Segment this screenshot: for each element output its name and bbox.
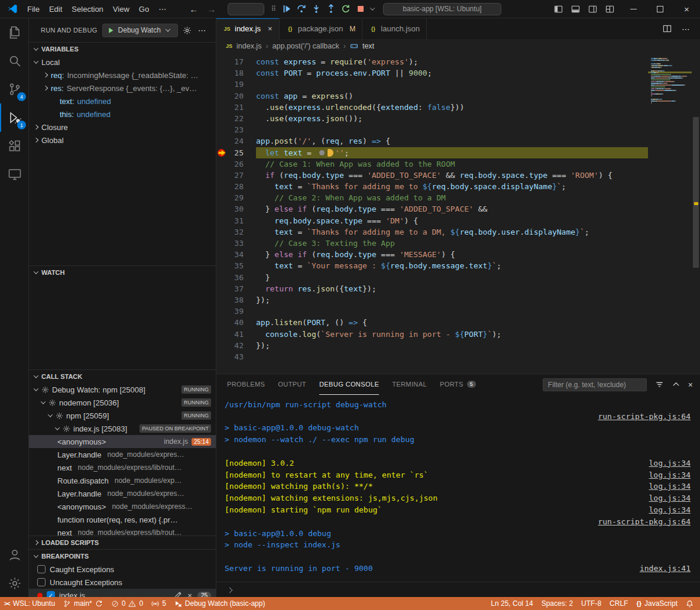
code-line[interactable]: 36 } <box>216 272 648 283</box>
menu-go[interactable]: Go <box>134 3 154 15</box>
console-source-link[interactable]: log.js:34 <box>649 482 691 491</box>
start-debug-icon[interactable] <box>107 27 115 34</box>
tab-package.json[interactable]: {}package.jsonM <box>280 18 363 39</box>
breakpoint-row[interactable]: ✓index.js×25 <box>29 589 216 598</box>
code-line[interactable]: 19 <box>216 79 648 90</box>
code-line[interactable]: 35 text = `Your message : ${req.body.mes… <box>216 260 648 271</box>
activity-search[interactable] <box>0 47 28 75</box>
status-language-mode[interactable]: {}JavaScript <box>632 597 682 610</box>
code-line[interactable]: 27 if (req.body.type === 'ADDED_TO_SPACE… <box>216 170 648 181</box>
customize-layout-icon[interactable] <box>605 5 614 14</box>
close-panel-icon[interactable]: × <box>688 380 693 390</box>
toggle-primary-sidebar-icon[interactable] <box>554 5 563 14</box>
code-line[interactable]: 41 console.log(`Server is running in por… <box>216 329 648 340</box>
breadcrumb-item[interactable]: app.post('/') callback <box>273 42 339 50</box>
status-problems[interactable]: 00 <box>107 597 147 610</box>
variable-row[interactable]: res:ServerResponse {_events: {…}, _ev… <box>29 82 216 95</box>
variable-row[interactable]: Global <box>29 134 216 147</box>
console-source-link[interactable]: log.js:34 <box>649 459 691 468</box>
activity-settings[interactable] <box>0 569 28 598</box>
variable-row[interactable]: text:undefined <box>29 95 216 108</box>
activity-extensions[interactable] <box>0 132 28 160</box>
callstack-session[interactable]: npm [25059]RUNNING <box>29 409 216 422</box>
status-git-branch[interactable]: main* <box>59 597 107 610</box>
code-editor[interactable]: 17const express = require('express');18c… <box>216 53 700 374</box>
tab-launch.json[interactable]: {}launch.json <box>362 18 427 39</box>
scrollbar-thumb[interactable] <box>693 117 699 268</box>
code-line[interactable]: 43 <box>216 351 648 362</box>
maximize-button[interactable] <box>647 0 673 18</box>
stack-frame[interactable]: <anonymous>node_modules/express… <box>29 500 216 513</box>
activity-source-control[interactable]: 4 <box>0 75 28 103</box>
code-line[interactable]: 23 <box>216 124 648 135</box>
debug-step-over-button[interactable] <box>295 2 309 16</box>
debug-settings-gear-icon[interactable] <box>183 26 192 35</box>
status-notifications[interactable] <box>682 597 698 610</box>
menu-[interactable]: ⋯ <box>154 3 171 15</box>
code-line[interactable]: 29 // Case 2: When App was added to a DM <box>216 192 648 203</box>
debug-stop-button[interactable] <box>354 2 368 16</box>
status-eol[interactable]: CRLF <box>605 597 632 610</box>
section-header[interactable]: LOADED SCRIPTS <box>29 536 216 549</box>
status-ports-forwarded[interactable]: 5 <box>147 597 170 610</box>
activity-remote-explorer[interactable] <box>0 160 28 189</box>
code-line[interactable]: 24app.post('/', (req, res) => { <box>216 135 648 147</box>
status-remote[interactable]: ><WSL: Ubuntu <box>0 597 59 610</box>
toggle-secondary-sidebar-icon[interactable] <box>588 5 597 14</box>
code-line[interactable]: 39 <box>216 306 648 317</box>
callstack-session[interactable]: Debug Watch: npm [25008]RUNNING <box>29 383 216 396</box>
code-line[interactable]: 42}); <box>216 340 648 351</box>
console-source-link[interactable]: log.js:34 <box>649 471 691 479</box>
console-source-link[interactable]: run-script-pkg.js:64 <box>598 517 691 526</box>
menu-selection[interactable]: Selection <box>67 3 108 15</box>
variable-row[interactable]: req:IncomingMessage {_readableState: … <box>29 69 216 82</box>
stack-frame[interactable]: <anonymous>index.js25:14 <box>29 435 216 448</box>
code-line[interactable]: 28 text = `Thanks for adding me to ${req… <box>216 181 648 192</box>
editor-scrollbar[interactable] <box>692 53 700 374</box>
stack-frame[interactable]: nextnode_modules/express/lib/rout… <box>29 526 216 536</box>
code-line[interactable]: 37 return res.json({text}); <box>216 283 648 294</box>
debug-console-input[interactable] <box>216 582 700 598</box>
stack-frame[interactable]: Layer.handlenode_modules/expres… <box>29 448 216 461</box>
menu-file[interactable]: File <box>22 3 44 15</box>
section-header[interactable]: WATCH <box>29 266 216 279</box>
panel-tab-debug-console[interactable]: DEBUG CONSOLE <box>319 374 379 395</box>
command-center-left[interactable] <box>228 3 264 15</box>
callstack-session[interactable]: index.js [25083]PAUSED ON BREAKPOINT <box>29 422 216 435</box>
breadcrumb-item[interactable]: text <box>362 42 374 50</box>
debug-step-out-button[interactable] <box>325 2 338 16</box>
activity-accounts[interactable] <box>0 541 28 569</box>
menu-view[interactable]: View <box>108 3 134 15</box>
breakpoint-row[interactable]: Caught Exceptions <box>29 563 216 576</box>
debug-config-dropdown[interactable]: Debug Watch <box>102 24 178 37</box>
breakpoint-checkbox[interactable] <box>37 578 46 586</box>
forward-icon[interactable]: → <box>204 4 219 14</box>
editor-more-actions-icon[interactable]: ⋯ <box>680 24 692 34</box>
more-actions-icon[interactable]: ⋯ <box>196 25 208 35</box>
status-indentation[interactable]: Spaces: 2 <box>537 597 577 610</box>
panel-tab-ports[interactable]: PORTS5 <box>440 374 476 395</box>
console-filter-input[interactable] <box>543 378 647 391</box>
code-line[interactable]: 38}); <box>216 294 648 306</box>
panel-tab-output[interactable]: OUTPUT <box>278 374 306 395</box>
code-line[interactable]: 30 } else if (req.body.type === 'ADDED_T… <box>216 203 648 215</box>
toggle-panel-icon[interactable] <box>571 5 580 14</box>
variable-row[interactable]: Closure <box>29 121 216 134</box>
minimize-button[interactable] <box>620 0 647 18</box>
maximize-panel-icon[interactable] <box>672 380 680 389</box>
code-line[interactable]: 17const express = require('express'); <box>216 56 648 67</box>
code-line[interactable]: 32 text = `Thanks for adding me to a DM,… <box>216 226 648 238</box>
code-line[interactable]: 20const app = express() <box>216 90 648 102</box>
section-header[interactable]: CALL STACK <box>29 370 216 383</box>
variable-row[interactable]: this:undefined <box>29 108 216 121</box>
code-line[interactable]: 25 let text = ''; <box>216 147 648 158</box>
menu-edit[interactable]: Edit <box>44 3 67 15</box>
activity-run-and-debug[interactable]: 1 <box>0 103 28 132</box>
code-line[interactable]: 18const PORT = process.env.PORT || 9000; <box>216 67 648 79</box>
console-source-link[interactable]: log.js:34 <box>649 494 691 502</box>
code-line[interactable]: 31 req.body.space.type === 'DM') { <box>216 215 648 226</box>
status-cursor-position[interactable]: Ln 25, Col 14 <box>487 597 537 610</box>
activity-explorer[interactable] <box>0 18 28 47</box>
breakpoint-row[interactable]: Uncaught Exceptions <box>29 576 216 589</box>
panel-tab-problems[interactable]: PROBLEMS <box>227 374 265 395</box>
